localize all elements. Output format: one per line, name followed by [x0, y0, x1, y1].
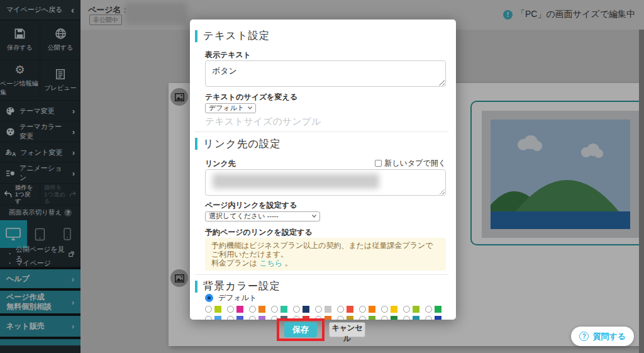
bg-color-swatch[interactable]: [347, 316, 353, 320]
bg-color-swatch[interactable]: [325, 306, 331, 313]
question-circle-icon: ?: [579, 332, 589, 341]
reserve-link-label: 予約ページのリンクを設定する: [205, 227, 446, 237]
chevron-down-icon: [312, 215, 316, 218]
cancel-button[interactable]: キャンセル: [329, 322, 365, 337]
bg-color-radio[interactable]: [293, 306, 300, 313]
bg-color-radio[interactable]: [205, 306, 212, 313]
plan-suffix: 。: [285, 259, 292, 267]
display-text-input[interactable]: ボタン: [205, 60, 446, 87]
bg-color-radio[interactable]: [425, 316, 432, 320]
text-size-selected-value: デフォルト: [209, 103, 244, 113]
text-size-sample: テキストサイズのサンプル: [205, 116, 446, 126]
bg-color-swatch[interactable]: [258, 316, 265, 320]
bg-color-radio[interactable]: [227, 306, 234, 313]
bg-color-swatch[interactable]: [280, 306, 287, 313]
text-size-select-row: デフォルト: [205, 101, 446, 113]
divider: [195, 132, 448, 132]
bg-color-swatch[interactable]: [413, 316, 419, 320]
bg-color-radio[interactable]: [359, 306, 366, 313]
bg-color-swatch[interactable]: [369, 316, 375, 320]
page-link-selected-value: 選択してください -----: [209, 211, 279, 221]
section-accent-bar: [195, 30, 197, 42]
page-link-select[interactable]: 選択してください -----: [205, 211, 320, 221]
section-accent-bar: [195, 281, 197, 293]
display-text-label: 表示テキスト: [205, 50, 446, 59]
bg-color-swatch[interactable]: [391, 306, 397, 313]
bg-color-swatch[interactable]: [325, 316, 331, 320]
bg-color-swatch[interactable]: [369, 306, 375, 313]
new-tab-label: 新しいタブで開く: [384, 158, 446, 169]
save-button[interactable]: 保存: [284, 322, 317, 337]
display-text-wrap: ボタン: [205, 60, 446, 87]
modal-section-title: 背景カラー設定: [195, 280, 448, 293]
plan-notice-text: 予約機能はビジネスプラン以上の契約、または従量課金プランでご利用いただけます。: [211, 241, 433, 259]
bg-color-radio[interactable]: [425, 306, 432, 313]
bg-color-radio[interactable]: [359, 316, 366, 320]
bg-color-radio[interactable]: [403, 306, 410, 313]
bg-color-swatch[interactable]: [347, 306, 353, 313]
resize-handle-icon[interactable]: [439, 189, 445, 194]
bg-color-radio[interactable]: [315, 316, 322, 320]
plan-notice: 予約機能はビジネスプラン以上の契約、または従量課金プランでご利用いただけます。 …: [205, 238, 446, 271]
section-accent-bar: [195, 138, 197, 150]
modal-section-title: テキスト設定: [195, 30, 448, 42]
bg-color-radio[interactable]: [337, 316, 344, 320]
bg-color-radio[interactable]: [293, 316, 300, 320]
bg-color-swatch[interactable]: [435, 316, 441, 320]
bg-color-radio[interactable]: [249, 306, 256, 313]
bg-color-swatch[interactable]: [236, 306, 243, 313]
link-label-row: リンク先 新しいタブで開く: [205, 159, 446, 168]
link-url-wrap: [205, 169, 446, 196]
bg-color-radio[interactable]: [271, 306, 278, 313]
bg-color-swatch[interactable]: [214, 316, 221, 320]
bg-color-row-1: [205, 305, 448, 313]
new-tab-option: 新しいタブで開く: [375, 158, 446, 169]
resize-handle-icon[interactable]: [439, 80, 445, 86]
bg-default-option: デフォルト: [205, 294, 448, 302]
ask-question-button[interactable]: ? 質問する: [571, 327, 634, 346]
page-link-label: ページ内リンクを設定する: [205, 200, 446, 210]
bg-color-radio[interactable]: [249, 316, 256, 320]
bg-color-radio[interactable]: [381, 306, 388, 313]
new-tab-checkbox[interactable]: [375, 160, 382, 167]
plan-link[interactable]: こちら: [259, 259, 282, 267]
bg-color-swatch[interactable]: [391, 316, 397, 320]
link-label: リンク先: [205, 159, 236, 168]
bg-color-radio[interactable]: [315, 306, 322, 313]
bg-color-radio[interactable]: [205, 316, 212, 320]
chevron-down-icon: [248, 106, 252, 109]
bg-color-swatch[interactable]: [303, 306, 309, 313]
bg-color-radio[interactable]: [271, 316, 278, 320]
modal-section-title: リンク先の設定: [195, 138, 448, 150]
text-size-select[interactable]: デフォルト: [205, 103, 256, 113]
bg-color-swatch[interactable]: [236, 316, 243, 320]
bg-color-row-2: [205, 315, 448, 320]
bg-color-section: 背景カラー設定 デフォルト: [195, 274, 448, 320]
page-link-select-row: 選択してください -----: [205, 210, 446, 221]
text-size-label: テキストのサイズを変える: [205, 92, 446, 101]
bg-color-swatch[interactable]: [413, 306, 419, 313]
plan-prefix: 料金プランは: [211, 259, 257, 267]
bg-color-radio[interactable]: [337, 306, 344, 313]
bg-color-radio[interactable]: [227, 316, 234, 320]
editor-app: マイページへ戻る ‹ 保存する 公開する ⚙ ページ情報編集 プレビュー: [0, 0, 644, 353]
text-settings-modal: テキスト設定 表示テキスト ボタン テキストのサイズを変える デフォルト テキス…: [190, 20, 456, 320]
bg-color-swatch[interactable]: [303, 316, 309, 320]
bg-default-radio[interactable]: [205, 294, 213, 302]
bg-color-swatch[interactable]: [214, 306, 221, 313]
bg-color-swatch[interactable]: [435, 306, 441, 313]
divider: [195, 274, 448, 275]
link-url-blurred-value: [213, 174, 379, 189]
bg-color-swatch[interactable]: [258, 306, 265, 313]
bg-color-radio[interactable]: [403, 316, 410, 320]
bg-color-radio[interactable]: [381, 316, 388, 320]
bg-default-label: デフォルト: [218, 293, 257, 303]
ask-question-label: 質問する: [592, 331, 626, 342]
bg-color-swatch[interactable]: [280, 316, 287, 320]
